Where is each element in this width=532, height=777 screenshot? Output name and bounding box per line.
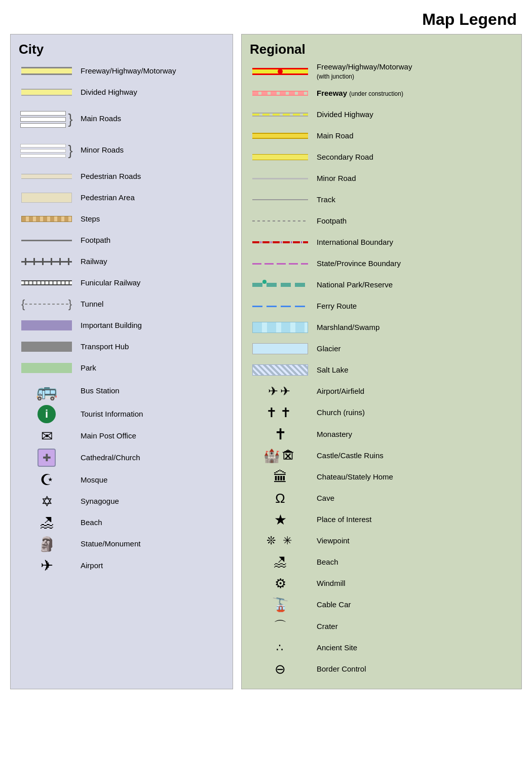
list-item: National Park/Reserve [250,276,513,293]
list-item: Pedestrian Roads [19,168,224,185]
viewpoint-icon: ❊ ✳ [267,534,294,547]
crater-icon: ⌒ [274,617,287,635]
regional-title: Regional [250,42,513,57]
list-item: Important Building [19,317,224,334]
list-item: ✝✝ Church (ruins) [250,404,513,421]
airport-city-icon: ✈ [41,557,53,574]
beach-city-icon: 🏖 [40,514,54,531]
list-item: Footpath [19,232,224,249]
statue-icon: 🗿 [38,536,56,552]
chateau-icon: 🏛 [273,469,287,486]
list-item: Ferry Route [250,298,513,315]
castle-icon: 🏰🏚 [263,448,297,464]
list-item: Minor Road [250,170,513,187]
cable-car-icon: 🚡 [272,597,288,613]
church-reg-icon: ✝✝ [266,405,294,421]
place-interest-icon: ★ [274,511,287,528]
list-item: ★ Place of Interest [250,511,513,528]
list-item: ✝ Monastery [250,425,513,443]
beach-reg-icon: 🏖 [274,554,287,570]
list-item: ✈✈ Airport/Airfield [250,383,513,400]
list-item: Steps [19,210,224,228]
list-item: ⊖ Border Control [250,660,513,678]
list-item: Freeway/Highway/Motorway (with junction) [250,62,513,81]
list-item: Funicular Railway [19,274,224,291]
list-item: } Main Roads [19,105,224,132]
synagogue-icon: ✡ [41,493,53,510]
list-item: Ω Cave [250,490,513,507]
bus-icon: 🚌 [36,381,57,401]
list-item: Glacier [250,340,513,357]
list-item: ❊ ✳ Viewpoint [250,532,513,549]
tourist-info-icon: i [37,405,56,423]
page-title: Map Legend [10,10,522,29]
list-item: i Tourist Information [19,405,224,423]
list-item: 🚌 Bus Station [19,381,224,401]
cave-icon: Ω [275,491,285,506]
list-item: ✚ Cathedral/Church [19,449,224,467]
list-item: ✈ Airport [19,557,224,574]
list-item: 🏖 Beach [250,553,513,571]
list-item: } Minor Roads [19,136,224,164]
mosque-icon: ☪ [40,471,54,489]
list-item: 🏰🏚 Castle/Castle Ruins [250,447,513,464]
list-item: Railway [19,253,224,270]
ancient-site-icon: ∴ [276,641,284,654]
list-item: ✉ Main Post Office [19,427,224,445]
regional-panel: Regional Freeway/Highway/Motorway (with … [241,34,522,689]
list-item: Secondary Road [250,149,513,166]
list-item: ☪ Mosque [19,471,224,489]
list-item: 🚡 Cable Car [250,596,513,613]
list-item: { } Tunnel [19,295,224,313]
list-item: 🏛 Chateau/Stately Home [250,468,513,486]
city-title: City [19,42,224,57]
border-control-icon: ⊖ [275,661,286,677]
list-item: Freeway/Highway/Motorway [19,62,224,80]
list-item: 🏖 Beach [19,514,224,531]
list-item: Salt Lake [250,361,513,379]
list-item: ⌒ Crater [250,617,513,635]
church-icon: ✚ [37,449,56,467]
list-item: International Boundary [250,234,513,251]
windmill-icon: ⚙ [275,576,286,591]
list-item: 🗿 Statue/Monument [19,535,224,552]
list-item: State/Province Boundary [250,255,513,272]
list-item: Divided Highway [250,106,513,123]
list-item: Divided Highway [19,84,224,101]
city-panel: City Freeway/Highway/Motorway Divided Hi… [10,34,233,689]
list-item: Marshland/Swamp [250,319,513,336]
list-item: ✡ Synagogue [19,493,224,510]
list-item: Pedestrian Area [19,189,224,206]
list-item: Transport Hub [19,338,224,355]
monastery-icon: ✝ [274,425,287,443]
airport-reg-icon: ✈✈ [268,384,292,398]
list-item: Main Road [250,127,513,144]
list-item: Freeway (under construction) [250,85,513,102]
list-item: Park [19,359,224,377]
post-office-icon: ✉ [41,428,53,445]
list-item: Footpath [250,212,513,230]
list-item: Track [250,191,513,208]
list-item: ⚙ Windmill [250,575,513,592]
list-item: ∴ Ancient Site [250,639,513,656]
